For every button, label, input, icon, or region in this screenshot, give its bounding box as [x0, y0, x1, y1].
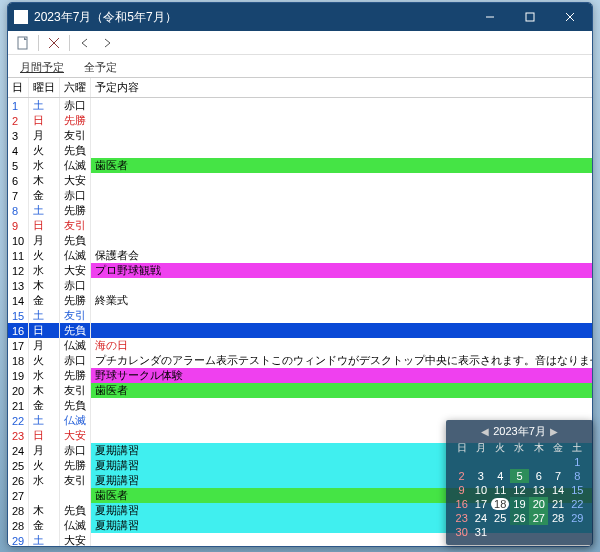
minical-day[interactable]: 3	[471, 469, 490, 483]
minical-day[interactable]: 18	[491, 497, 510, 511]
titlebar[interactable]: 2023年7月（令和5年7月）	[8, 3, 592, 31]
minimize-button[interactable]	[470, 4, 510, 30]
minical-day[interactable]: 15	[568, 483, 587, 497]
table-row[interactable]: 1土赤口	[8, 98, 592, 114]
table-row[interactable]: 20木友引歯医者	[8, 383, 592, 398]
mini-calendar[interactable]: ◀ 2023年7月 ▶ 日月火水木金土 12345678910111213141…	[446, 420, 593, 545]
cell-content[interactable]	[91, 113, 592, 128]
minical-day[interactable]: 21	[548, 497, 567, 511]
minical-day[interactable]: 24	[471, 511, 490, 525]
minical-day[interactable]: 30	[452, 525, 471, 539]
table-row[interactable]: 11火仏滅保護者会	[8, 248, 592, 263]
minical-day[interactable]: 17	[471, 497, 490, 511]
minical-day[interactable]: 27	[529, 511, 548, 525]
cell-content[interactable]	[91, 233, 592, 248]
minical-day[interactable]: 26	[510, 511, 529, 525]
cell-content[interactable]	[91, 278, 592, 293]
minical-day[interactable]: 19	[510, 497, 529, 511]
table-row[interactable]: 18火赤口プチカレンダのアラーム表示テストこのウィンドウがデスクトップ中央に表示…	[8, 353, 592, 368]
table-row[interactable]: 3月友引	[8, 128, 592, 143]
cell-content[interactable]: 野球サークル体験	[91, 368, 592, 383]
table-row[interactable]: 16日先負	[8, 323, 592, 338]
table-row[interactable]: 6木大安	[8, 173, 592, 188]
minical-day[interactable]: 8	[568, 469, 587, 483]
minical-day[interactable]: 13	[529, 483, 548, 497]
cell-content[interactable]: プロ野球観戦	[91, 263, 592, 278]
cell-dow: 日	[29, 113, 60, 128]
cell-content[interactable]	[91, 218, 592, 233]
cell-rokuyo: 先勝	[60, 458, 91, 473]
delete-button[interactable]	[45, 34, 63, 52]
minical-day[interactable]: 2	[452, 469, 471, 483]
minical-day[interactable]: 20	[529, 497, 548, 511]
table-row[interactable]: 13木赤口	[8, 278, 592, 293]
minical-day[interactable]: 16	[452, 497, 471, 511]
cell-content[interactable]: プチカレンダのアラーム表示テストこのウィンドウがデスクトップ中央に表示されます。…	[91, 353, 592, 368]
cell-content[interactable]: 終業式	[91, 293, 592, 308]
cell-rokuyo: 先勝	[60, 203, 91, 218]
cell-content[interactable]	[91, 188, 592, 203]
minical-next-button[interactable]: ▶	[550, 426, 558, 437]
table-row[interactable]: 10月先負	[8, 233, 592, 248]
minical-day[interactable]: 11	[491, 483, 510, 497]
cell-dow: 月	[29, 128, 60, 143]
cell-content[interactable]	[91, 308, 592, 323]
minical-day[interactable]: 7	[548, 469, 567, 483]
table-row[interactable]: 7金赤口	[8, 188, 592, 203]
cell-content[interactable]	[91, 173, 592, 188]
minical-prev-button[interactable]: ◀	[481, 426, 489, 437]
cell-content[interactable]: 海の日	[91, 338, 592, 353]
minical-day[interactable]: 29	[568, 511, 587, 525]
cell-content[interactable]	[91, 203, 592, 218]
table-row[interactable]: 21金先負	[8, 398, 592, 413]
col-header-content[interactable]: 予定内容	[91, 78, 592, 98]
cell-content[interactable]	[91, 128, 592, 143]
cell-content[interactable]	[91, 143, 592, 158]
next-button[interactable]	[98, 34, 116, 52]
table-row[interactable]: 19水先勝野球サークル体験	[8, 368, 592, 383]
tab-all[interactable]: 全予定	[80, 58, 121, 77]
cell-content[interactable]: 歯医者	[91, 158, 592, 173]
tab-monthly[interactable]: 月間予定	[16, 58, 68, 77]
cell-dow: 木	[29, 278, 60, 293]
cell-dow: 水	[29, 263, 60, 278]
col-header-dow[interactable]: 曜日	[29, 78, 60, 98]
table-row[interactable]: 17月仏滅海の日	[8, 338, 592, 353]
minical-day[interactable]: 10	[471, 483, 490, 497]
cell-content[interactable]	[91, 398, 592, 413]
minical-day[interactable]: 5	[510, 469, 529, 483]
table-row[interactable]: 2日先勝	[8, 113, 592, 128]
table-row[interactable]: 14金先勝終業式	[8, 293, 592, 308]
minical-day[interactable]: 28	[548, 511, 567, 525]
col-header-day[interactable]: 日	[8, 78, 29, 98]
close-button[interactable]	[550, 4, 590, 30]
table-row[interactable]: 9日友引	[8, 218, 592, 233]
prev-button[interactable]	[76, 34, 94, 52]
cell-rokuyo: 大安	[60, 428, 91, 443]
cell-content[interactable]	[91, 98, 592, 114]
new-button[interactable]	[14, 34, 32, 52]
minical-day[interactable]: 9	[452, 483, 471, 497]
table-row[interactable]: 8土先勝	[8, 203, 592, 218]
maximize-button[interactable]	[510, 4, 550, 30]
minical-day[interactable]: 22	[568, 497, 587, 511]
minical-day[interactable]: 31	[471, 525, 490, 539]
minical-day[interactable]: 1	[568, 455, 587, 469]
table-row[interactable]: 15土友引	[8, 308, 592, 323]
cell-content[interactable]: 歯医者	[91, 383, 592, 398]
table-row[interactable]: 4火先負	[8, 143, 592, 158]
minical-day[interactable]: 6	[529, 469, 548, 483]
minical-day[interactable]: 12	[510, 483, 529, 497]
cell-content[interactable]: 保護者会	[91, 248, 592, 263]
col-header-rokuyo[interactable]: 六曜	[60, 78, 91, 98]
table-row[interactable]: 12水大安プロ野球観戦	[8, 263, 592, 278]
minical-day[interactable]: 23	[452, 511, 471, 525]
minical-day	[568, 525, 587, 539]
minical-day[interactable]: 25	[491, 511, 510, 525]
minical-day[interactable]: 4	[491, 469, 510, 483]
cell-content[interactable]	[91, 323, 592, 338]
cell-rokuyo: 先負	[60, 503, 91, 518]
cell-dow: 土	[29, 308, 60, 323]
minical-day[interactable]: 14	[548, 483, 567, 497]
table-row[interactable]: 5水仏滅歯医者	[8, 158, 592, 173]
